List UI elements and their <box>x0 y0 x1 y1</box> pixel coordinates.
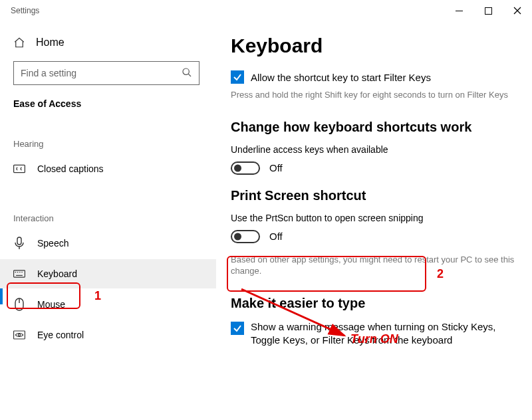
svg-rect-7 <box>17 237 21 245</box>
filter-keys-label: Allow the shortcut key to start Filter K… <box>251 72 431 83</box>
sidebar-item-mouse[interactable]: Mouse <box>0 290 216 319</box>
closed-captions-icon <box>13 164 25 173</box>
selection-indicator <box>0 288 3 304</box>
sidebar-home[interactable]: Home <box>0 28 216 57</box>
sidebar-item-speech[interactable]: Speech <box>0 229 216 258</box>
warning-checkbox-row[interactable]: Show a warning message when turning on S… <box>231 320 523 348</box>
svg-point-4 <box>183 68 189 74</box>
titlebar-controls <box>444 1 532 21</box>
main-panel: Keyboard Allow the shortcut key to start… <box>216 21 532 420</box>
prtscn-note: Based on other app settings, you might n… <box>231 254 523 277</box>
sidebar-item-label: Closed captions <box>37 163 104 174</box>
prtscn-toggle-row: Off <box>231 230 523 243</box>
underline-label: Underline access keys when available <box>231 144 523 155</box>
maximize-button[interactable] <box>473 1 503 21</box>
svg-line-5 <box>188 74 191 76</box>
warning-label: Show a warning message when turning on S… <box>251 320 523 348</box>
eye-control-icon <box>13 330 25 340</box>
search-box[interactable] <box>13 61 200 85</box>
search-icon <box>182 67 192 80</box>
svg-rect-6 <box>14 165 25 172</box>
prtscn-heading: Print Screen shortcut <box>231 188 523 203</box>
svg-rect-1 <box>485 7 491 14</box>
close-button[interactable] <box>503 1 532 21</box>
search-wrap <box>0 61 216 85</box>
prtscn-label: Use the PrtScn button to open screen sni… <box>231 213 523 223</box>
page-title: Keyboard <box>231 35 523 57</box>
checkbox-checked-icon <box>231 322 244 335</box>
sidebar: Home Ease of Access Hearing Closed capti… <box>0 21 216 420</box>
speech-icon <box>13 237 25 250</box>
search-input[interactable] <box>21 68 182 78</box>
filter-keys-checkbox-row[interactable]: Allow the shortcut key to start Filter K… <box>231 70 523 84</box>
checkbox-checked-icon <box>231 70 244 84</box>
sidebar-item-label: Mouse <box>37 299 65 310</box>
filter-keys-help: Press and hold the right Shift key for e… <box>231 89 523 101</box>
sidebar-item-closed-captions[interactable]: Closed captions <box>0 154 216 183</box>
home-icon <box>13 37 25 49</box>
titlebar: Settings <box>0 0 532 21</box>
sidebar-home-label: Home <box>36 37 65 49</box>
sidebar-item-eye-control[interactable]: Eye control <box>0 320 216 350</box>
underline-toggle-row: Off <box>231 161 523 175</box>
sidebar-item-keyboard[interactable]: Keyboard <box>0 259 216 288</box>
svg-rect-9 <box>14 270 25 277</box>
underline-toggle[interactable] <box>231 161 260 175</box>
minimize-button[interactable] <box>444 1 473 21</box>
sidebar-item-label: Keyboard <box>37 268 77 279</box>
sidebar-group-title: Ease of Access <box>0 98 216 109</box>
easier-heading: Make it easier to type <box>231 296 523 311</box>
sidebar-item-label: Speech <box>37 238 68 249</box>
svg-point-18 <box>18 334 20 336</box>
content-area: Home Ease of Access Hearing Closed capti… <box>0 21 532 420</box>
sidebar-section-interaction: Interaction <box>0 213 216 223</box>
underline-toggle-state: Off <box>269 162 283 173</box>
settings-window: Settings Home <box>0 0 532 420</box>
shortcuts-heading: Change how keyboard shortcuts work <box>231 120 523 135</box>
mouse-icon <box>13 298 25 311</box>
prtscn-toggle-state: Off <box>269 231 283 242</box>
keyboard-icon <box>13 269 25 278</box>
prtscn-toggle[interactable] <box>231 230 260 243</box>
sidebar-section-hearing: Hearing <box>0 139 216 149</box>
titlebar-title: Settings <box>11 6 39 15</box>
sidebar-item-label: Eye control <box>37 330 84 340</box>
